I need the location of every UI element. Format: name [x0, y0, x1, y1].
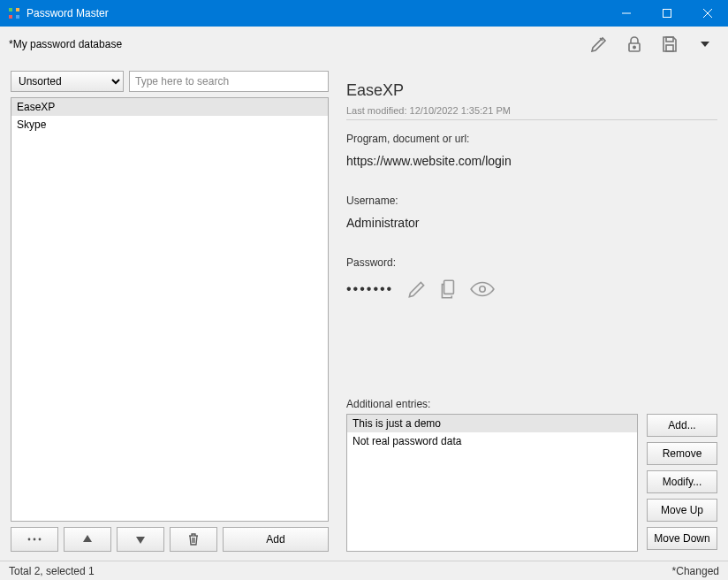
list-item[interactable]: Skype [11, 116, 328, 134]
svg-rect-3 [16, 15, 19, 19]
svg-point-13 [34, 538, 36, 541]
edit-icon[interactable] [585, 30, 613, 58]
statusbar: Total 2, selected 1 *Changed [0, 561, 728, 580]
detail-pane: EaseXP Last modified: 12/10/2022 1:35:21… [346, 71, 717, 552]
svg-point-14 [39, 538, 42, 541]
status-right: *Changed [672, 565, 719, 577]
dropdown-icon[interactable] [691, 30, 719, 58]
delete-button[interactable] [170, 527, 217, 552]
window-minimize-button[interactable] [606, 0, 647, 27]
svg-rect-0 [9, 8, 12, 11]
password-mask: ••••••• [346, 281, 393, 297]
svg-point-18 [480, 286, 485, 292]
window-close-button[interactable] [687, 0, 728, 27]
content-area: Unsorted EaseXPSkype Add EaseXP Last mod… [0, 62, 728, 561]
username-label: Username: [346, 195, 717, 207]
svg-rect-10 [666, 37, 673, 42]
additional-list[interactable]: This is just a demoNot real password dat… [346, 414, 638, 552]
username-value: Administrator [346, 216, 717, 230]
status-left: Total 2, selected 1 [9, 565, 95, 577]
more-button[interactable] [11, 527, 58, 552]
svg-point-12 [28, 538, 31, 541]
additional-movedown-button[interactable]: Move Down [647, 527, 717, 550]
add-entry-button[interactable]: Add [223, 527, 329, 552]
additional-remove-button[interactable]: Remove [647, 442, 717, 465]
toolbar: *My password database [0, 27, 728, 62]
titlebar: Password Master [0, 0, 728, 27]
svg-rect-17 [444, 280, 454, 294]
additional-modify-button[interactable]: Modify... [647, 470, 717, 493]
svg-rect-5 [664, 10, 671, 18]
url-value: https://www.website.com/login [346, 154, 717, 168]
app-title: Password Master [27, 7, 606, 19]
additional-label: Additional entries: [346, 398, 717, 410]
svg-point-9 [633, 46, 635, 48]
list-item[interactable]: Not real password data [347, 432, 637, 450]
list-item[interactable]: This is just a demo [347, 415, 637, 432]
copy-password-icon[interactable] [437, 278, 460, 301]
move-down-button[interactable] [117, 527, 164, 552]
database-name: *My password database [9, 38, 122, 50]
left-pane: Unsorted EaseXPSkype Add [11, 71, 329, 552]
lock-icon[interactable] [620, 30, 648, 58]
password-label: Password: [346, 256, 717, 269]
url-label: Program, document or url: [346, 133, 717, 145]
sort-select[interactable]: Unsorted [11, 71, 124, 92]
window-maximize-button[interactable] [647, 0, 687, 27]
search-input[interactable] [129, 71, 329, 92]
list-item[interactable]: EaseXP [11, 98, 328, 116]
save-icon[interactable] [656, 30, 684, 58]
svg-rect-2 [9, 15, 12, 19]
svg-rect-1 [16, 8, 19, 11]
app-icon [7, 6, 21, 20]
edit-password-icon[interactable] [406, 278, 428, 301]
additional-moveup-button[interactable]: Move Up [647, 499, 717, 522]
additional-add-button[interactable]: Add... [647, 414, 717, 437]
move-up-button[interactable] [64, 527, 111, 552]
entry-title: EaseXP [346, 81, 717, 100]
svg-rect-11 [666, 45, 673, 51]
entry-list[interactable]: EaseXPSkype [11, 97, 329, 522]
last-modified: Last modified: 12/10/2022 1:35:21 PM [346, 105, 717, 116]
show-password-icon[interactable] [469, 278, 496, 301]
